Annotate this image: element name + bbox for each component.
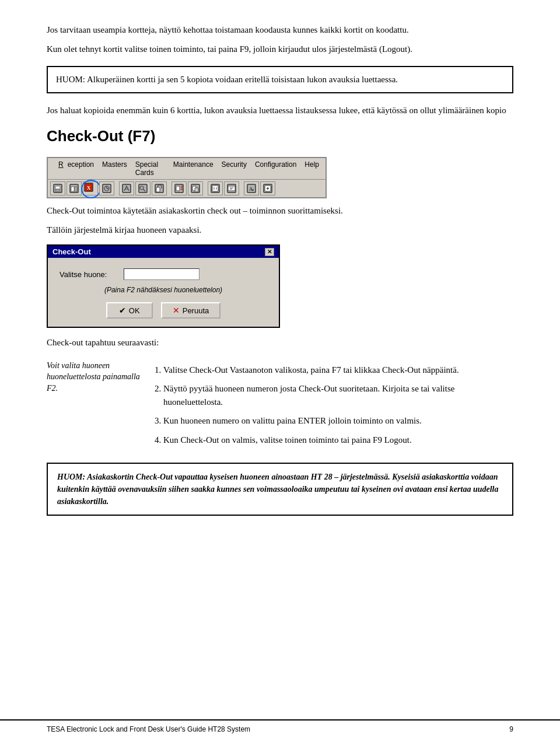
menu-help[interactable]: Help: [300, 159, 323, 178]
section-heading: Check-Out (F7): [47, 127, 513, 145]
side-note: Voit valita huoneen huoneluettelosta pai…: [47, 358, 140, 453]
svg-rect-4: [71, 187, 74, 191]
toolbar-icon-3-highlighted[interactable]: X: [83, 181, 98, 195]
caption-2: Tällöin järjestelmä kirjaa huoneen vapaa…: [47, 223, 513, 237]
svg-rect-1: [55, 186, 60, 189]
toolbar-separator-2: [168, 181, 170, 195]
step-4: Kun Check-Out on valmis, valitse toinen …: [163, 433, 513, 447]
toolbar-icons-row: X: [48, 180, 326, 197]
toolbar-icon-9[interactable]: [188, 181, 203, 195]
toolbar-separator-4: [240, 181, 243, 195]
paragraph-1: Jos tarvitaan useampia kortteja, näyttö …: [47, 23, 513, 37]
menubar: Reception Masters Special Cards Maintena…: [48, 158, 326, 180]
paragraph-3: Jos haluat kopioida enemmän kuin 6 kortt…: [47, 104, 513, 117]
toolbar-separator-1: [116, 181, 118, 195]
page-content: Jos tarvitaan useampia kortteja, näyttö …: [0, 0, 560, 712]
toolbar-icon-4[interactable]: [99, 181, 114, 195]
svg-rect-2: [55, 190, 60, 191]
dialog-titlebar: Check-Out ✕: [48, 246, 279, 258]
two-col-section: Voit valita huoneen huoneluettelosta pai…: [47, 358, 513, 453]
cancel-icon: ✕: [173, 306, 180, 315]
bold-italic-note-box: HUOM: Asiakaskortin Check-Out vapauttaa …: [47, 463, 513, 516]
menu-maintenance[interactable]: Maintenance: [169, 159, 218, 178]
dialog-hint: (Paina F2 nähdäksesi huoneluettelon): [60, 286, 267, 294]
svg-rect-32: [228, 186, 235, 191]
menu-masters[interactable]: Masters: [98, 159, 131, 178]
dialog-close-button[interactable]: ✕: [265, 248, 274, 256]
dialog-room-row: Valitse huone:: [60, 268, 267, 280]
step-3: Kun huoneen numero on valittu paina ENTE…: [163, 414, 513, 428]
footer-page-number: 9: [509, 725, 513, 733]
dialog-cancel-button[interactable]: ✕ Peruuta: [161, 302, 221, 319]
toolbar-icon-10[interactable]: [208, 181, 223, 195]
dialog-body: Valitse huone: (Paina F2 nähdäksesi huon…: [48, 258, 279, 327]
steps-list: Valitse Check-Out Vastaanoton valikosta,…: [163, 363, 513, 447]
menu-reception[interactable]: Reception: [50, 159, 98, 178]
dialog-title: Check-Out: [52, 247, 91, 256]
dialog-room-input[interactable]: [124, 268, 200, 280]
toolbar-icon-1[interactable]: [50, 181, 65, 195]
page-footer: TESA Electronic Lock and Front Desk User…: [0, 719, 560, 738]
steps-content: Valitse Check-Out Vastaanoton valikosta,…: [152, 358, 513, 453]
toolbar-container: Reception Masters Special Cards Maintena…: [47, 157, 327, 198]
checkout-dialog: Check-Out ✕ Valitse huone: (Paina F2 näh…: [47, 244, 280, 328]
ok-label: OK: [129, 306, 140, 315]
paragraph-2: Kun olet tehnyt kortit valitse toinen to…: [47, 43, 513, 56]
cancel-label: Peruuta: [183, 306, 209, 315]
caption-1: Check-Out toimintoa käytetään asiakaskor…: [47, 204, 513, 218]
toolbar-icon-12[interactable]: A a: [244, 181, 259, 195]
dialog-ok-button[interactable]: ✔ OK: [106, 302, 153, 319]
step-1: Valitse Check-Out Vastaanoton valikosta,…: [163, 363, 513, 377]
toolbar-icon-11[interactable]: [224, 181, 239, 195]
menu-configuration[interactable]: Configuration: [251, 159, 300, 178]
toolbar-icon-7[interactable]: [152, 181, 167, 195]
steps-title: Check-out tapahtuu seuraavasti:: [47, 336, 513, 349]
toolbar-icon-5[interactable]: [119, 181, 134, 195]
dialog-buttons: ✔ OK ✕ Peruuta: [60, 302, 267, 319]
toolbar-separator-3: [204, 181, 206, 195]
toolbar-icon-13[interactable]: [260, 181, 275, 195]
footer-left: TESA Electronic Lock and Front Desk User…: [47, 725, 250, 733]
svg-rect-20: [176, 186, 180, 191]
dialog-room-label: Valitse huone:: [60, 270, 124, 279]
menu-special-cards[interactable]: Special Cards: [131, 159, 169, 178]
svg-rect-5: [75, 187, 77, 191]
toolbar-icon-2[interactable]: [66, 181, 82, 195]
note-text-1: HUOM: Alkuperäinen kortti ja sen 5 kopio…: [56, 73, 504, 86]
toolbar-icon-8[interactable]: [172, 181, 187, 195]
svg-rect-28: [212, 186, 218, 191]
step-2: Näyttö pyytää huoneen numeron josta Chec…: [163, 382, 513, 408]
ok-icon: ✔: [119, 306, 126, 315]
note-box-1: HUOM: Alkuperäinen kortti ja sen 5 kopio…: [47, 66, 513, 93]
svg-rect-26: [195, 188, 198, 192]
svg-rect-18: [156, 187, 160, 192]
bold-italic-note-text: HUOM: Asiakaskortin Check-Out vapauttaa …: [57, 471, 503, 508]
toolbar-icon-6[interactable]: [135, 181, 150, 195]
menu-security[interactable]: Security: [218, 159, 251, 178]
svg-text:X: X: [87, 185, 91, 191]
